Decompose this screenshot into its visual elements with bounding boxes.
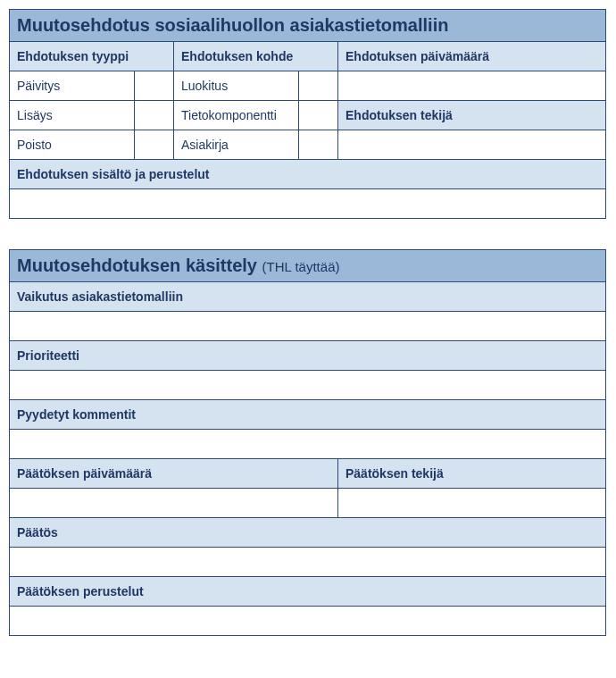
decision-date-value[interactable] — [10, 489, 338, 518]
date-value[interactable] — [338, 71, 606, 101]
header-decision-date: Päätöksen päivämäärä — [10, 459, 338, 489]
header-date: Ehdotuksen päivämäärä — [338, 42, 606, 71]
type-check-addition[interactable] — [135, 101, 174, 130]
header-target: Ehdotuksen kohde — [174, 42, 338, 71]
target-option-classification: Luokitus — [174, 71, 299, 101]
header-priority: Prioriteetti — [10, 341, 606, 371]
form2-title-sub: (THL täyttää) — [262, 259, 340, 274]
decision-maker-value[interactable] — [338, 489, 606, 518]
form2-title: Muutosehdotuksen käsittely (THL täyttää) — [10, 250, 606, 282]
form1-title: Muutosehdotus sosiaalihuollon asiakastie… — [10, 10, 606, 42]
content-value[interactable] — [10, 189, 606, 219]
decision-value[interactable] — [10, 548, 606, 577]
type-option-update: Päivitys — [10, 71, 135, 101]
header-decision: Päätös — [10, 518, 606, 548]
target-check-classification[interactable] — [299, 71, 338, 101]
header-author: Ehdotuksen tekijä — [338, 101, 606, 130]
header-impact: Vaikutus asiakastietomalliin — [10, 282, 606, 312]
type-check-removal[interactable] — [135, 130, 174, 160]
comments-value[interactable] — [10, 430, 606, 459]
proposal-form-table: Muutosehdotus sosiaalihuollon asiakastie… — [9, 9, 606, 219]
target-check-document[interactable] — [299, 130, 338, 160]
header-comments: Pyydetyt kommentit — [10, 400, 606, 430]
form2-title-main: Muutosehdotuksen käsittely — [17, 255, 262, 275]
decision-rationale-value[interactable] — [10, 607, 606, 636]
header-decision-maker: Päätöksen tekijä — [338, 459, 606, 489]
header-decision-rationale: Päätöksen perustelut — [10, 577, 606, 607]
author-value[interactable] — [338, 130, 606, 160]
target-option-document: Asiakirja — [174, 130, 299, 160]
type-check-update[interactable] — [135, 71, 174, 101]
priority-value[interactable] — [10, 371, 606, 400]
processing-form-table: Muutosehdotuksen käsittely (THL täyttää)… — [9, 249, 606, 636]
header-content: Ehdotuksen sisältö ja perustelut — [10, 160, 606, 189]
header-type: Ehdotuksen tyyppi — [10, 42, 174, 71]
type-option-removal: Poisto — [10, 130, 135, 160]
target-option-datacomponent: Tietokomponentti — [174, 101, 299, 130]
target-check-datacomponent[interactable] — [299, 101, 338, 130]
type-option-addition: Lisäys — [10, 101, 135, 130]
impact-value[interactable] — [10, 312, 606, 341]
